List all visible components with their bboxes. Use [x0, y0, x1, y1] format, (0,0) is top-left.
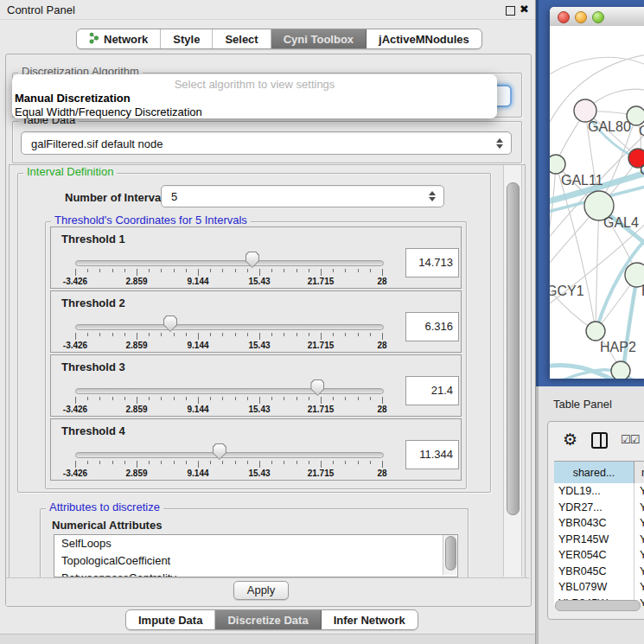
table-row[interactable]: YBR043CYBR0	[554, 515, 644, 532]
slider-track[interactable]	[75, 324, 384, 330]
table-cell-shared-name[interactable]: YBR045C	[554, 564, 634, 580]
table-row[interactable]: YER054CYER0	[554, 547, 644, 564]
network-canvas[interactable]: GAL80GACGAL11GAL4GCY1HHAP2	[550, 26, 644, 379]
table-row[interactable]: YPR145WYPR1	[554, 532, 644, 548]
table-row[interactable]: YBL079WYBL0	[554, 579, 644, 596]
attribute-list-item[interactable]: TopologicalCoefficient	[54, 552, 457, 570]
tab-style[interactable]: Style	[161, 29, 213, 48]
network-node[interactable]	[586, 322, 605, 341]
network-node-label: HAP2	[600, 340, 636, 354]
threshold-4-slider-thumb[interactable]	[213, 443, 226, 460]
float-window-icon[interactable]	[506, 6, 515, 16]
column-header-shared[interactable]: shared...	[554, 462, 634, 483]
table-row[interactable]: YDL19...YDL1	[554, 483, 644, 500]
table-cell-shared-name[interactable]: YDR27...	[554, 500, 634, 516]
network-window-titlebar[interactable]	[550, 7, 644, 27]
table-data-combobox[interactable]: galFiltered.sif default node	[21, 131, 512, 155]
table-cell-shared-name[interactable]: YPR145W	[554, 532, 634, 548]
threshold-1-slider-thumb[interactable]	[245, 252, 259, 268]
bottom-tabbar: Impute Data Discretize Data Infer Networ…	[125, 609, 418, 630]
network-node[interactable]	[550, 155, 565, 174]
table-cell-name[interactable]: YDR2	[634, 500, 644, 516]
checkbox-icons[interactable]: ☑☑	[621, 433, 639, 446]
table-toolbar: ⚙ ☑☑	[548, 422, 644, 458]
network-node-label: GAL80	[588, 119, 631, 134]
tab-infer-network[interactable]: Infer Network	[322, 610, 418, 629]
table-cell-shared-name[interactable]: YDL19...	[554, 483, 634, 500]
control-panel: Control Panel ✖ Network Style Se	[0, 0, 536, 644]
threshold-2-slider-thumb[interactable]	[163, 316, 177, 332]
tab-select[interactable]: Select	[213, 29, 271, 48]
threshold-2-value-field[interactable]: 6.316	[405, 312, 459, 341]
network-node[interactable]	[627, 106, 644, 125]
window-close-traffic-light[interactable]	[558, 11, 570, 23]
tab-network[interactable]: Network	[77, 29, 161, 48]
window-zoom-traffic-light[interactable]	[592, 11, 604, 23]
table-cell-name[interactable]: YBR0	[634, 515, 644, 532]
apply-button[interactable]: Apply	[233, 581, 289, 600]
number-of-intervals-combobox[interactable]: 5	[161, 185, 444, 207]
slider-tick-labels: -3.4262.8599.14415.4321.71528	[75, 405, 383, 415]
dropdown-hint-item[interactable]: Select algorithm to view settings	[12, 78, 497, 91]
settings-vertical-scrollbar[interactable]	[503, 165, 522, 577]
threshold-4-value-field[interactable]: 11.344	[405, 440, 459, 469]
threshold-3-value-field[interactable]: 21.4	[405, 376, 459, 405]
close-icon[interactable]: ✖	[520, 3, 529, 16]
dropdown-option-equal-width-frequency[interactable]: Equal Width/Frequency Discretization	[15, 105, 202, 118]
tab-jactivemnodules[interactable]: jActiveMNodules	[367, 29, 481, 48]
table-row[interactable]: YBR045CYBR0	[554, 564, 644, 580]
slider-tick-label: 15.43	[248, 277, 270, 286]
network-node-label: C	[640, 163, 644, 177]
threshold-1-slider[interactable]: -3.4262.8599.14415.4321.71528	[75, 250, 383, 286]
tab-cyni-toolbox[interactable]: Cyni Toolbox	[271, 29, 367, 48]
attributes-list-scrollbar-thumb[interactable]	[445, 536, 456, 571]
table-cell-name[interactable]: YER0	[634, 547, 644, 564]
table-cell-shared-name[interactable]: YER054C	[554, 547, 634, 564]
threshold-1-value-field[interactable]: 14.713	[405, 248, 459, 277]
numerical-attributes-heading: Numerical Attributes	[52, 519, 162, 532]
gear-icon[interactable]: ⚙	[563, 430, 577, 450]
attributes-list-scrollbar[interactable]	[443, 535, 456, 575]
table-cell-name[interactable]: YBR0	[634, 564, 644, 580]
slider-tick-label: -3.426	[63, 405, 87, 414]
tab-jactivemnodules-label: jActiveMNodules	[379, 33, 469, 46]
table-row[interactable]: YDR27...YDR2	[554, 500, 644, 516]
numerical-attributes-list[interactable]: SelfLoopsTopologicalCoefficientBetweenne…	[54, 534, 458, 577]
network-node[interactable]	[611, 361, 630, 379]
threshold-3-slider[interactable]: -3.4262.8599.14415.4321.71528	[75, 378, 383, 414]
table-cell-shared-name[interactable]: YBR043C	[554, 515, 634, 532]
column-header-name[interactable]: na	[634, 462, 644, 483]
tab-infer-network-label: Infer Network	[334, 614, 405, 627]
threshold-2-slider[interactable]: -3.4262.8599.14415.4321.71528	[75, 314, 383, 350]
threshold-3-slider-thumb[interactable]	[310, 379, 324, 396]
tab-discretize-data[interactable]: Discretize Data	[215, 610, 321, 629]
algorithm-dropdown-popup: Select algorithm to view settings Manual…	[12, 74, 497, 118]
table-cell-name[interactable]: YBL0	[634, 579, 644, 596]
tab-style-label: Style	[173, 33, 200, 46]
window-minimize-traffic-light[interactable]	[575, 11, 587, 23]
threshold-4-slider[interactable]: -3.4262.8599.14415.4321.71528	[75, 442, 383, 478]
slider-track[interactable]	[75, 260, 384, 266]
split-view-icon[interactable]	[591, 432, 608, 449]
slider-tick-label: -3.426	[63, 277, 87, 286]
slider-track[interactable]	[75, 452, 384, 458]
network-node-label: GA	[639, 124, 644, 138]
attribute-list-item[interactable]: SelfLoops	[54, 535, 457, 552]
slider-tick-label: 28	[377, 277, 386, 286]
network-node-label: GCY1	[550, 284, 584, 298]
attribute-list-item[interactable]: BetweennessCentrality	[54, 570, 457, 577]
slider-track[interactable]	[75, 388, 384, 394]
table-cell-name[interactable]: YPR1	[634, 532, 644, 548]
settings-vertical-scrollbar-thumb[interactable]	[507, 182, 520, 515]
slider-tick-label: 9.144	[187, 341, 208, 350]
table-horizontal-scrollbar[interactable]	[555, 600, 641, 611]
table-cell-name[interactable]: YDL1	[634, 483, 644, 500]
number-of-intervals-value: 5	[171, 190, 177, 203]
tab-impute-data[interactable]: Impute Data	[126, 610, 215, 629]
table-rows[interactable]: YDL19...YDL1YDR27...YDR2YBR043CYBR0YPR14…	[554, 483, 644, 606]
dropdown-option-manual-discretization[interactable]: Manual Discretization	[15, 92, 131, 105]
interval-definition-title: Interval Definition	[23, 166, 117, 178]
table-panel-dock: Table Panel ⚙ ☑☑ shared... na YDL19...YD…	[536, 386, 644, 644]
slider-tick-label: 21.715	[308, 405, 335, 414]
table-cell-shared-name[interactable]: YBL079W	[554, 579, 634, 596]
